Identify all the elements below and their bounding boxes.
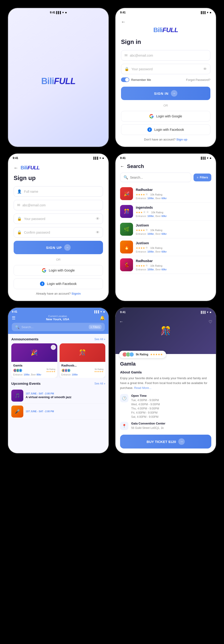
eye-icon-signin[interactable]: 👁 (203, 67, 207, 71)
detail-fav-button[interactable]: ♡ (209, 319, 212, 324)
event-name-jazz: A virtual evening of smooth jazz (26, 395, 105, 399)
search-venue-item-3[interactable]: 🔥 Justisen ★★★★★ 10k Rating Entrance: 10… (119, 238, 212, 256)
facebook-signup-button[interactable]: f Login with Facebook (14, 278, 103, 289)
rating-avatars (122, 352, 134, 357)
venue-card-name-gamla: Gamla (13, 364, 55, 367)
home-header-top: ☰ Current Location New Yourk, USA 🔔 (12, 315, 105, 321)
venue-info-1: ingensteds ★★★★★ 10k Rating Entrance: 10… (136, 206, 211, 218)
remember-toggle[interactable] (121, 78, 129, 82)
read-more-link[interactable]: Read More... (134, 386, 152, 390)
home-filter-button[interactable]: ≡ Filters (89, 325, 102, 329)
signin-prompt: Already have an account? Signin (14, 292, 103, 295)
back-button-signup[interactable]: ← (14, 165, 18, 170)
buy-ticket-button[interactable]: BUY TICKET $120 → (120, 435, 211, 448)
announcements-see-all[interactable]: See All » (94, 338, 105, 341)
back-button-search[interactable]: ← (120, 164, 124, 169)
status-bar-5: 9:41 ▐▐▐ ▼ ■ (12, 310, 105, 315)
back-button-signin[interactable]: ← (121, 19, 210, 24)
buy-arrow-icon: → (178, 438, 185, 445)
search-input-wrap: 🔍 (120, 172, 191, 182)
or-divider-signup: OR (14, 258, 103, 261)
event-item-jazz[interactable]: 🎵 1ST JUNE - SAT - 2:00 PM A virtual eve… (11, 388, 105, 404)
address-row: 📍 Gala Convention Center 56 Guild Street… (120, 422, 211, 430)
venue-cards: 🎉 ♡ Gamla 👤 👤 👤 5k Rating (11, 343, 105, 378)
search-venue-item-0[interactable]: 🎉 Radhusbar ★★★★★ 10k Rating Entrance: 1… (119, 185, 212, 203)
venue-rating-text-0: 10k Rating (150, 193, 162, 196)
email-input[interactable] (130, 54, 207, 57)
location-city: New Yourk, USA (46, 318, 69, 321)
venue-thumb-2: 🌿 (120, 223, 133, 236)
event-item-2[interactable]: 🎤 1ST JUNE - SAT - 2:00 PM (11, 404, 105, 420)
venue-card-body-gamla: Gamla 👤 👤 👤 5k Rating ★★★★★ (11, 362, 57, 378)
eye-icon-signup[interactable]: 👁 (96, 217, 100, 221)
filter-button[interactable]: ≡ Filters (194, 174, 211, 182)
signin-link[interactable]: Signin (72, 292, 81, 295)
detail-back-button[interactable]: ← (119, 319, 123, 324)
event-thumb-jazz: 🎵 (11, 390, 23, 402)
home-header: 9:41 ▐▐▐ ▼ ■ ☰ Current Location New Your… (8, 308, 109, 334)
venue-card-rating-radhusbar: 👤 👤 👤 5k Rating ★★★★★ (61, 368, 104, 373)
announcements-section-header: Announcements See All » (11, 337, 105, 341)
card-avatars-gamla: 👤 👤 👤 (13, 368, 22, 372)
events-see-all[interactable]: See All » (94, 382, 105, 385)
status-bar-3: 9:41 ▐▐▐ ▼ ■ (8, 154, 109, 161)
fullname-input[interactable] (24, 190, 100, 194)
email-input-wrap: ✉ (121, 50, 210, 60)
password-input[interactable] (131, 67, 201, 71)
search-header: ← Search (115, 161, 216, 171)
confirm-password-input[interactable] (24, 230, 94, 234)
eye-icon-confirm[interactable]: 👁 (96, 230, 100, 234)
rating-value: 5k Rating (136, 353, 148, 356)
gamla-stars: ★★★★★ (46, 370, 55, 373)
venue-stars-3: ★★★★ (136, 246, 145, 249)
fav-icon-gamla[interactable]: ♡ (51, 345, 56, 350)
rating-pill: 5k Rating ★★★★★ (119, 351, 166, 358)
filter-icon: ≡ (197, 176, 198, 179)
home-search-input[interactable] (21, 325, 87, 329)
search-venue-item-1[interactable]: 🎊 ingensteds ★★★★★ 10k Rating Entrance: … (119, 203, 212, 220)
signup-link[interactable]: Sign up (177, 138, 188, 141)
google-login-label: Login with Google (156, 114, 182, 118)
hamburger-icon[interactable]: ☰ (12, 316, 15, 320)
venue-card-body-radhusbar: Radhusb... 👤 👤 👤 5k Rating ★★★★★ (60, 362, 106, 378)
about-title: About Gamla (120, 370, 211, 374)
signup-button[interactable]: SIGN UP → (14, 241, 103, 254)
time-1: 9:41 (50, 11, 55, 14)
facebook-icon-signup: f (40, 282, 44, 286)
email-signup-input[interactable] (22, 203, 100, 207)
remember-row: Remember Me Forgot Password? (121, 78, 210, 82)
gamla-meta: Entrance: 100kr, Beer 80kr (13, 374, 55, 376)
search-input[interactable] (130, 176, 188, 179)
status-icons-4: ▐▐▐ ▼ ■ (200, 157, 211, 160)
time-5: 9:41 (12, 310, 17, 313)
event-date-2: 1ST JUNE - SAT - 2:00 PM (26, 410, 105, 413)
password-signup-input[interactable] (24, 217, 94, 221)
status-icons-6: ▐▐▐ ▼ ■ (200, 311, 211, 314)
lock-icon-signin: 🔒 (124, 67, 129, 71)
notification-icon[interactable]: 🔔 (100, 316, 105, 320)
status-icons-1: ▐▐▐ ▼ ■ (55, 11, 67, 14)
open-time-row: 🕐 Open Time Tue, 4:00PM - 9:00PM Wed, 4:… (120, 394, 211, 419)
venue-card-rating-gamla: 👤 👤 👤 5k Rating ★★★★★ (13, 368, 55, 373)
venue-name-0: Radhusbar (136, 188, 211, 192)
venue-card-radhusbar[interactable]: 🎊 Radhusb... 👤 👤 👤 5k Rating (60, 343, 106, 378)
detail-content: Gamla About Gamla Enjoy your favorite di… (115, 354, 216, 453)
forgot-password-link[interactable]: Forgot Password? (186, 78, 211, 82)
password-signup-input-wrap: 🔒 👁 (14, 214, 103, 224)
google-signup-button[interactable]: Login with Google (14, 265, 103, 276)
signin-title: Sign in (121, 38, 210, 46)
time-4: 9:41 (120, 156, 126, 160)
venue-name-3: Justisen (136, 241, 211, 245)
google-login-button[interactable]: Login with Google (121, 111, 210, 122)
venue-detail-name: Gamla (120, 361, 211, 367)
signin-button[interactable]: SIGN IN → (121, 87, 210, 100)
search-venue-item-4[interactable]: 💃 Radhusbar ★★★★★ 10k Rating Entrance: 1… (119, 256, 212, 274)
map-pin-icon: 📍 (122, 424, 127, 428)
search-venue-item-2[interactable]: 🌿 Justisen ★★★★★ 10k Rating Entrance: 10… (119, 220, 212, 238)
app-logo-signin: BiliFULL (121, 26, 210, 34)
home-search-icon: 🔍 (15, 325, 20, 329)
venue-card-gamla[interactable]: 🎉 ♡ Gamla 👤 👤 👤 5k Rating (11, 343, 57, 378)
fullname-input-wrap: 👤 (14, 186, 103, 197)
signup-arrow-icon: → (64, 244, 71, 251)
facebook-login-button[interactable]: f Login with Facebook (121, 124, 210, 135)
